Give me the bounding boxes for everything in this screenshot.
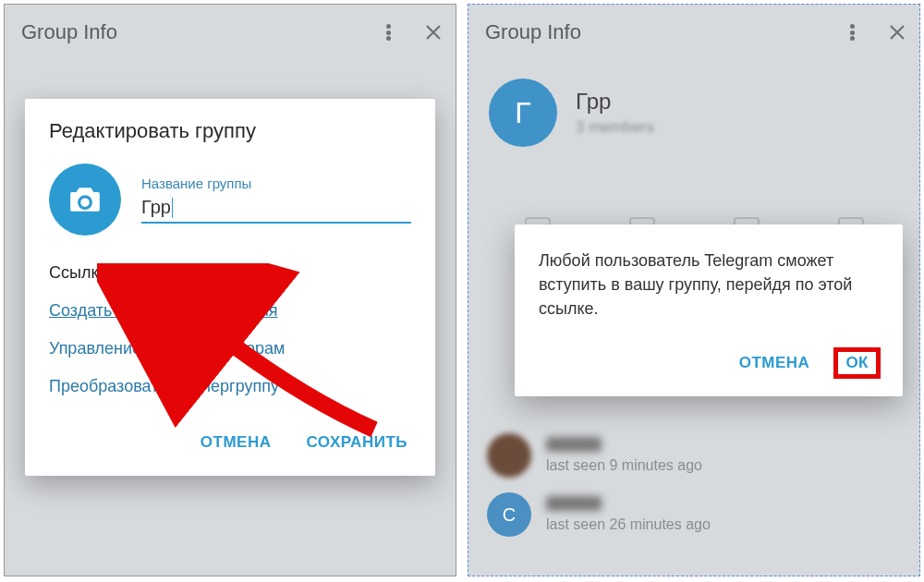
member-status: last seen 9 minutes ago (546, 457, 901, 474)
avatar (487, 433, 531, 478)
invite-section-label: Ссылка для приглашения (49, 263, 411, 283)
group-name-label: Название группы (141, 176, 411, 191)
convert-supergroup-link[interactable]: Преобразовать в супергруппу (49, 368, 411, 406)
group-info-header: Group Info (5, 5, 456, 60)
save-button[interactable]: СОХРАНИТЬ (303, 424, 412, 461)
avatar: С (487, 492, 531, 537)
member-status: last seen 26 minutes ago (546, 516, 901, 533)
confirm-dialog: Любой пользователь Telegram сможет вступ… (515, 224, 903, 396)
close-icon[interactable] (424, 23, 443, 42)
camera-icon[interactable] (49, 164, 121, 236)
ok-highlight: ОК (833, 347, 881, 379)
ok-button[interactable]: ОК (844, 348, 870, 377)
member-row[interactable]: last seen 9 minutes ago (487, 430, 901, 481)
group-name: Грр (576, 89, 654, 115)
text-caret (172, 198, 174, 218)
more-icon[interactable] (844, 24, 860, 41)
group-header-row: Г Грр 3 members (468, 60, 919, 175)
cancel-button[interactable]: ОТМЕНА (197, 424, 275, 461)
group-members: 3 members (576, 118, 654, 137)
right-screenshot: Group Info Г Грр 3 members last seen 9 m… (468, 4, 920, 576)
more-icon[interactable] (380, 24, 396, 41)
manage-admins-link[interactable]: Управление администраторам (49, 330, 411, 368)
close-icon[interactable] (888, 23, 906, 42)
cancel-button[interactable]: ОТМЕНА (736, 345, 814, 382)
dialog-body: Любой пользователь Telegram сможет вступ… (539, 249, 881, 321)
left-screenshot: Group Info Редактировать группу Название… (4, 4, 456, 576)
edit-group-dialog: Редактировать группу Название группы Грр… (25, 99, 435, 476)
create-invite-link[interactable]: Создать ссылку приглашения (49, 292, 411, 330)
dialog-title: Редактировать группу (49, 119, 411, 143)
group-info-header: Group Info (468, 5, 919, 60)
group-name-input[interactable]: Грр (141, 197, 411, 224)
header-title: Group Info (485, 20, 581, 44)
member-row[interactable]: С last seen 26 minutes ago (487, 489, 901, 540)
header-title: Group Info (21, 20, 117, 44)
group-avatar[interactable]: Г (489, 79, 557, 147)
